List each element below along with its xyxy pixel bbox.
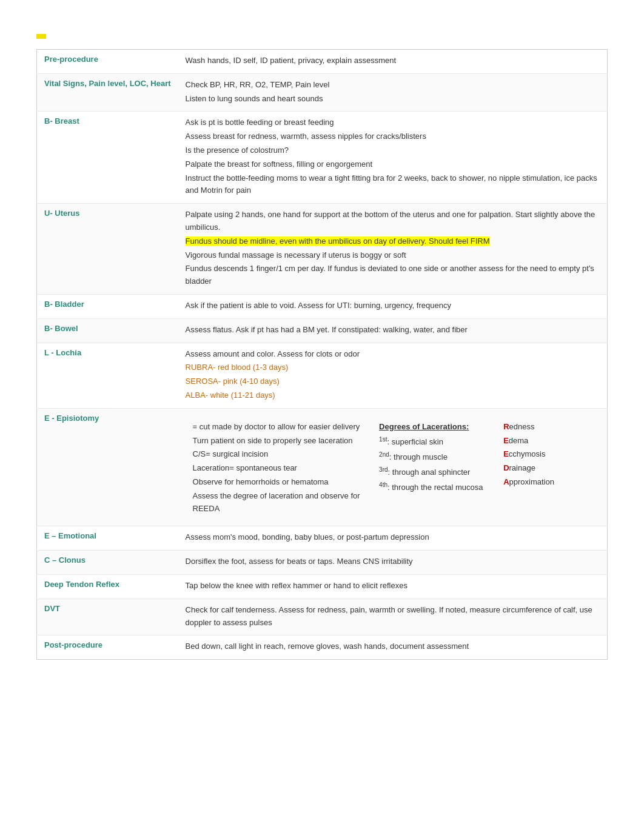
row-content: Dorsiflex the foot, assess for beats or … bbox=[178, 551, 608, 575]
row-label: Vital Signs, Pain level, LOC, Heart bbox=[37, 73, 178, 112]
main-table: Pre-procedureWash hands, ID self, ID pat… bbox=[36, 49, 608, 660]
content-line: Ask if the patient is able to void. Asse… bbox=[186, 300, 600, 312]
table-row: C – ClonusDorsiflex the foot, assess for… bbox=[37, 551, 608, 575]
content-line: Assess mom's mood, bonding, baby blues, … bbox=[186, 531, 600, 544]
lochia-rubra: RUBRA- red blood (1-3 days) bbox=[186, 363, 289, 372]
row-label: Pre-procedure bbox=[37, 50, 178, 74]
row-label: E - Episiotomy bbox=[37, 408, 178, 526]
table-row: Pre-procedureWash hands, ID self, ID pat… bbox=[37, 50, 608, 74]
row-content: = cut made by doctor to allow for easier… bbox=[178, 408, 608, 526]
content-line: Dorsiflex the foot, assess for beats or … bbox=[186, 555, 600, 568]
row-content: Bed down, call light in reach, remove gl… bbox=[178, 635, 608, 660]
row-label: B- Bowel bbox=[37, 318, 178, 343]
row-label: E – Emotional bbox=[37, 526, 178, 551]
content-line: Tap below the knee with reflex hammer or… bbox=[186, 580, 600, 592]
row-content: Tap below the knee with reflex hammer or… bbox=[178, 574, 608, 599]
table-row: Post-procedureBed down, call light in re… bbox=[37, 635, 608, 660]
content-line: Listen to lung sounds and heart sounds bbox=[186, 93, 600, 106]
reeda-column: RednessEdemaEcchymosisDrainageApproximat… bbox=[496, 416, 600, 521]
section-header-banner bbox=[36, 34, 608, 49]
row-content: Palpate using 2 hands, one hand for supp… bbox=[178, 204, 608, 295]
row-label: B- Bladder bbox=[37, 294, 178, 318]
row-content: Assess amount and color. Assess for clot… bbox=[178, 343, 608, 408]
table-row: U- UterusPalpate using 2 hands, one hand… bbox=[37, 204, 608, 295]
content-line: Palpate using 2 hands, one hand for supp… bbox=[186, 209, 600, 234]
row-content: Ask is pt is bottle feeding or breast fe… bbox=[178, 112, 608, 204]
row-label: Post-procedure bbox=[37, 635, 178, 660]
row-content: Assess mom's mood, bonding, baby blues, … bbox=[178, 526, 608, 551]
lochia-alba: ALBA- white (11-21 days) bbox=[186, 391, 275, 400]
content-line: Assess flatus. Ask if pt has had a BM ye… bbox=[186, 324, 600, 337]
highlighted-text: Fundus should be midline, even with the … bbox=[186, 236, 490, 246]
table-row: E – EmotionalAssess mom's mood, bonding,… bbox=[37, 526, 608, 551]
lochia-serosa: SEROSA- pink (4-10 days) bbox=[186, 377, 280, 386]
row-label: Deep Tendon Reflex bbox=[37, 574, 178, 599]
row-content: Wash hands, ID self, ID patient, privacy… bbox=[178, 50, 608, 74]
table-row: B- BowelAssess flatus. Ask if pt has had… bbox=[37, 318, 608, 343]
row-label: U- Uterus bbox=[37, 204, 178, 295]
episiotomy-left: = cut made by doctor to allow for easier… bbox=[186, 416, 372, 521]
row-content: Check for calf tenderness. Assess for re… bbox=[178, 599, 608, 635]
table-row: B- BladderAsk if the patient is able to … bbox=[37, 294, 608, 318]
table-row: DVTCheck for calf tenderness. Assess for… bbox=[37, 599, 608, 635]
content-line: Is the presence of colostrum? bbox=[186, 144, 600, 157]
row-label: L - Lochia bbox=[37, 343, 178, 408]
content-line: Check for calf tenderness. Assess for re… bbox=[186, 604, 600, 629]
content-line: Ask is pt is bottle feeding or breast fe… bbox=[186, 116, 600, 129]
content-line: Check BP, HR, RR, O2, TEMP, Pain level bbox=[186, 79, 600, 92]
table-row: B- BreastAsk is pt is bottle feeding or … bbox=[37, 112, 608, 204]
table-row: Deep Tendon ReflexTap below the knee wit… bbox=[37, 574, 608, 599]
table-row: Vital Signs, Pain level, LOC, HeartCheck… bbox=[37, 73, 608, 112]
row-content: Assess flatus. Ask if pt has had a BM ye… bbox=[178, 318, 608, 343]
content-line: Vigorous fundal massage is necessary if … bbox=[186, 249, 600, 262]
table-row: E - Episiotomy= cut made by doctor to al… bbox=[37, 408, 608, 526]
table-row: L - LochiaAssess amount and color. Asses… bbox=[37, 343, 608, 408]
row-label: B- Breast bbox=[37, 112, 178, 204]
row-label: DVT bbox=[37, 599, 178, 635]
content-line: Assess breast for redness, warmth, asses… bbox=[186, 130, 600, 143]
content-line: Palpate the breast for softness, filling… bbox=[186, 158, 600, 171]
content-line: Assess amount and color. Assess for clot… bbox=[186, 348, 600, 361]
content-line: Instruct the bottle-feeding moms to wear… bbox=[186, 172, 600, 198]
row-content: Check BP, HR, RR, O2, TEMP, Pain levelLi… bbox=[178, 73, 608, 112]
content-line: Wash hands, ID self, ID patient, privacy… bbox=[186, 55, 600, 67]
row-content: Ask if the patient is able to void. Asse… bbox=[178, 294, 608, 318]
degrees-column: Degrees of Lacerations:1st: superficial … bbox=[372, 416, 496, 521]
section-header-text bbox=[36, 34, 46, 39]
content-line: Fundus descends 1 finger/1 cm per day. I… bbox=[186, 263, 600, 288]
content-line: Bed down, call light in reach, remove gl… bbox=[186, 640, 600, 653]
row-label: C – Clonus bbox=[37, 551, 178, 575]
